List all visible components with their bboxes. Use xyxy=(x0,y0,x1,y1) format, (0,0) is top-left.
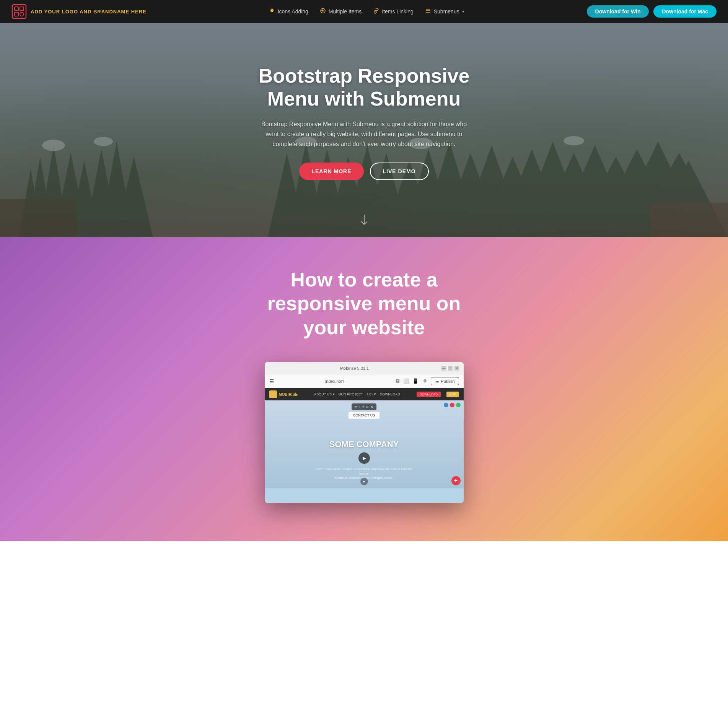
svg-point-43 xyxy=(94,137,113,146)
window-close-button[interactable]: ✕ xyxy=(454,366,459,371)
hero-section: Bootstrap Responsive Menu with Submenu B… xyxy=(0,23,728,237)
svg-point-4 xyxy=(20,12,24,16)
preview-logo-box xyxy=(269,390,277,398)
items-linking-icon xyxy=(373,8,379,15)
preview-window-buttons: — □ ✕ xyxy=(441,366,459,371)
mobile-view-icon[interactable]: 📱 xyxy=(412,378,419,384)
color-dot-blue[interactable] xyxy=(444,403,448,407)
publish-label: Publish xyxy=(441,379,454,384)
hero-buttons: LEARN MORE LIVE DEMO xyxy=(238,163,490,180)
preview-nav-item-download[interactable]: DOWNLOAD xyxy=(380,392,400,396)
preview-color-dots xyxy=(444,403,461,407)
preview-inner-navbar: MOBIRISE ABOUT US ▾ OUR PROJECT HELP DOW… xyxy=(265,388,464,400)
hero-subtitle: Bootstrap Responsive Menu with Submenu i… xyxy=(257,119,471,149)
preview-nav-item-about[interactable]: ABOUT US ▾ xyxy=(314,392,334,396)
edit-pencil-icon[interactable]: ✏ xyxy=(355,405,358,409)
brand-name-text: ADD YOUR LOGO AND BRANDNAME HERE xyxy=(31,9,147,15)
nav-item-items-linking[interactable]: Items Linking xyxy=(373,8,413,15)
nav-item-items-linking-label: Items Linking xyxy=(382,8,413,15)
nav-item-icons-adding[interactable]: Icons Adding xyxy=(269,8,308,15)
desktop-view-icon[interactable]: 🖥 xyxy=(395,378,400,384)
navbar-center: Icons Adding Multiple Items Items Linki xyxy=(147,8,587,15)
preview-hero-title: SOME COMPANY xyxy=(311,439,418,449)
download-win-button[interactable]: Download for Win xyxy=(587,5,649,18)
preview-app-toolbar: ☰ index.html 🖥 ⬜ 📱 👁 ☁ Publish xyxy=(265,374,464,388)
learn-more-button[interactable]: LEARN MORE xyxy=(299,163,363,180)
nav-item-icons-adding-label: Icons Adding xyxy=(278,8,308,15)
svg-point-42 xyxy=(42,140,65,151)
navbar: ADD YOUR LOGO AND BRANDNAME HERE Icons A… xyxy=(0,0,728,23)
publish-icon: ☁ xyxy=(435,379,439,384)
live-demo-button[interactable]: LIVE DEMO xyxy=(370,163,429,180)
hamburger-menu-icon[interactable]: ☰ xyxy=(269,378,274,384)
nav-item-multiple-items[interactable]: Multiple Items xyxy=(320,8,362,15)
brand-logo-icon xyxy=(11,4,27,19)
preview-contact-button[interactable]: CONTACT US xyxy=(349,412,380,419)
preview-inner-brand: MOBIRISE xyxy=(279,392,298,397)
preview-nav-download-button[interactable]: DOWNLOAD xyxy=(417,392,441,397)
edit-close-icon[interactable]: ✕ xyxy=(370,405,373,409)
preview-eye-icon[interactable]: 👁 xyxy=(422,378,428,384)
preview-editing-toolbar: ✏ ↕ + ⊞ ✕ xyxy=(352,403,377,410)
device-view-icons: 🖥 ⬜ 📱 xyxy=(395,378,419,384)
play-icon: ▶ xyxy=(363,455,366,461)
preview-window: Mobirise 5.01.1 — □ ✕ ☰ index.html 🖥 ⬜ 📱… xyxy=(265,362,464,503)
svg-rect-41 xyxy=(650,203,728,237)
download-mac-button[interactable]: Download for Mac xyxy=(653,5,717,18)
preview-content-area: MOBIRISE ABOUT US ▾ OUR PROJECT HELP DOW… xyxy=(265,388,464,503)
preview-filename: index.html xyxy=(278,379,392,384)
color-dot-green[interactable] xyxy=(456,403,461,407)
toolbar-right-actions: 👁 ☁ Publish xyxy=(422,377,459,385)
preview-inner-nav-items: ABOUT US ▾ OUR PROJECT HELP DOWNLOAD xyxy=(303,392,411,396)
navbar-right: Download for Win Download for Mac xyxy=(587,5,717,18)
publish-button[interactable]: ☁ Publish xyxy=(431,377,459,385)
color-dot-red[interactable] xyxy=(450,403,454,407)
submenus-icon xyxy=(425,8,431,15)
nav-item-submenus-label: Submenus xyxy=(434,8,459,15)
svg-rect-1 xyxy=(15,7,18,11)
nav-item-submenus[interactable]: Submenus ▾ xyxy=(425,8,464,15)
icons-adding-icon xyxy=(269,8,275,15)
svg-rect-0 xyxy=(12,5,26,18)
preview-add-block-button[interactable]: + xyxy=(451,476,461,485)
svg-rect-3 xyxy=(15,12,18,16)
edit-move-icon[interactable]: ↕ xyxy=(359,405,361,409)
hero-title: Bootstrap Responsive Menu with Submenu xyxy=(238,65,490,111)
hero-content: Bootstrap Responsive Menu with Submenu B… xyxy=(230,65,498,195)
preview-nav-item-project[interactable]: OUR PROJECT xyxy=(339,392,363,396)
tablet-view-icon[interactable]: ⬜ xyxy=(403,378,409,384)
scroll-down-arrow-icon[interactable] xyxy=(360,215,369,229)
brand: ADD YOUR LOGO AND BRANDNAME HERE xyxy=(11,4,147,19)
nav-item-multiple-items-label: Multiple Items xyxy=(329,8,362,15)
preview-inner-logo: MOBIRISE xyxy=(269,390,298,398)
preview-hero-area: ✏ ↕ + ⊞ ✕ CONTACT US SOME COMPANY xyxy=(265,400,464,488)
preview-nav-item-help[interactable]: HELP xyxy=(367,392,376,396)
edit-grid-icon[interactable]: ⊞ xyxy=(366,405,369,409)
svg-rect-2 xyxy=(20,7,24,11)
edit-add-icon[interactable]: + xyxy=(362,405,364,409)
preview-titlebar-title: Mobirise 5.01.1 xyxy=(271,366,438,371)
preview-hero-text-line1: Lorem ipsum dolor sit amet, consectetur … xyxy=(316,467,412,475)
multiple-items-icon xyxy=(320,8,326,15)
preview-nav-buy-button[interactable]: BUY xyxy=(446,392,459,397)
preview-hero-main-content: SOME COMPANY ▶ Lorem ipsum dolor sit ame… xyxy=(311,424,418,480)
preview-scroll-button[interactable]: ▾ xyxy=(360,478,368,485)
window-minimize-button[interactable]: — xyxy=(441,366,446,371)
purple-section-title: How to create a responsive menu on your … xyxy=(249,268,479,339)
svg-rect-40 xyxy=(0,199,77,237)
window-maximize-button[interactable]: □ xyxy=(448,366,453,371)
purple-section: How to create a responsive menu on your … xyxy=(0,237,728,541)
preview-titlebar: Mobirise 5.01.1 — □ ✕ xyxy=(265,362,464,374)
preview-play-button[interactable]: ▶ xyxy=(358,452,370,464)
svg-point-46 xyxy=(564,136,584,145)
submenus-dropdown-arrow-icon: ▾ xyxy=(462,9,464,14)
